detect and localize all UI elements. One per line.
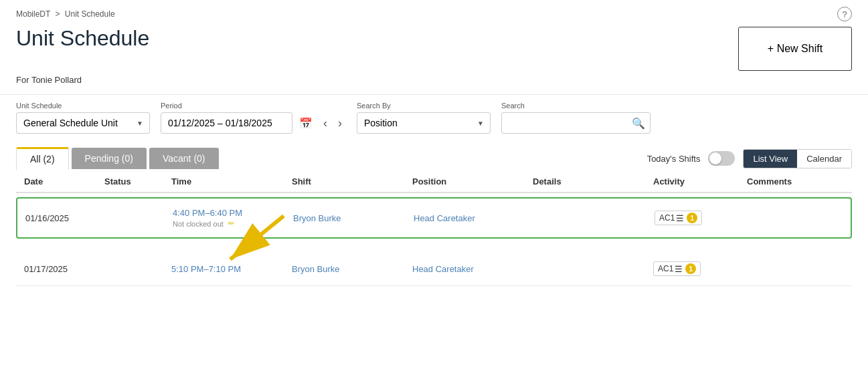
- page: MobileDT > Unit Schedule ? Unit Schedule…: [0, 0, 868, 377]
- calendar-view-button[interactable]: Calendar: [797, 150, 851, 168]
- search-icon-button[interactable]: 🔍: [632, 117, 645, 130]
- tab-pending[interactable]: Pending (0): [72, 148, 147, 169]
- cell-shift-1: Bryon Burke: [293, 213, 414, 223]
- new-shift-button[interactable]: + New Shift: [738, 27, 852, 71]
- unit-schedule-select[interactable]: General Schedule Unit: [16, 112, 150, 134]
- col-header-status: Status: [104, 176, 171, 186]
- cell-activity-2: AC1 ☰ 1: [653, 261, 747, 276]
- search-by-select-wrapper: Position Name Date: [357, 112, 491, 134]
- col-header-activity: Activity: [653, 176, 747, 186]
- todays-shifts-toggle[interactable]: [708, 151, 735, 166]
- col-header-details: Details: [533, 176, 653, 186]
- table-row[interactable]: 01/17/2025 5:10 PM–7:10 PM Bryon Burke H…: [16, 252, 852, 286]
- cell-time-note-1: Not clocked out ✏: [173, 219, 293, 228]
- unit-schedule-filter: Unit Schedule General Schedule Unit: [16, 102, 150, 134]
- top-bar: MobileDT > Unit Schedule ?: [0, 0, 868, 21]
- period-filter: Period 📅 ‹ ›: [161, 102, 346, 134]
- col-header-comments: Comments: [747, 176, 844, 186]
- filter-row: Unit Schedule General Schedule Unit Peri…: [0, 94, 868, 140]
- tabs-row: All (2) Pending (0) Vacant (0) Today's S…: [0, 140, 868, 170]
- search-label: Search: [501, 102, 650, 110]
- activity-badge-1[interactable]: AC1 ☰ 1: [655, 211, 702, 225]
- activity-code-1: AC1: [659, 213, 675, 223]
- header: Unit Schedule + New Shift: [0, 21, 868, 74]
- cell-time-1: 4:40 PM–6:40 PM Not clocked out ✏: [173, 208, 293, 228]
- cell-date-2: 01/17/2025: [24, 264, 104, 274]
- unit-schedule-select-wrapper: General Schedule Unit: [16, 112, 150, 134]
- cell-time-2: 5:10 PM–7:10 PM: [171, 264, 292, 274]
- list-view-button[interactable]: List View: [744, 150, 797, 168]
- table-container: Date Status Time Shift Position Details …: [0, 171, 868, 286]
- cell-time-value-1: 4:40 PM–6:40 PM: [173, 208, 293, 218]
- table-header: Date Status Time Shift Position Details …: [16, 171, 852, 193]
- period-label: Period: [161, 102, 346, 110]
- search-by-filter: Search By Position Name Date: [357, 102, 491, 134]
- period-next-button[interactable]: ›: [334, 114, 346, 133]
- col-header-shift: Shift: [292, 176, 412, 186]
- activity-badge-2[interactable]: AC1 ☰ 1: [653, 261, 701, 276]
- view-buttons: List View Calendar: [743, 149, 852, 168]
- todays-shifts-label: Today's Shifts: [647, 154, 701, 164]
- search-by-label: Search By: [357, 102, 491, 110]
- page-title: Unit Schedule: [16, 27, 149, 50]
- table-row[interactable]: 01/16/2025 4:40 PM–6:40 PM Not clocked o…: [16, 197, 852, 239]
- breadcrumb-parent[interactable]: MobileDT: [16, 9, 50, 19]
- period-prev-button[interactable]: ‹: [319, 114, 331, 133]
- unit-schedule-label: Unit Schedule: [16, 102, 150, 110]
- tab-all[interactable]: All (2): [16, 147, 69, 170]
- calendar-icon-button[interactable]: 📅: [295, 114, 317, 132]
- cell-position-2: Head Caretaker: [412, 264, 533, 274]
- title-group: Unit Schedule: [16, 27, 149, 50]
- breadcrumb-separator: >: [55, 9, 60, 19]
- help-icon[interactable]: ?: [837, 7, 852, 21]
- cell-position-1: Head Caretaker: [414, 213, 534, 223]
- search-input[interactable]: [501, 112, 650, 134]
- col-header-time: Time: [171, 176, 292, 186]
- page-subtitle: For Tonie Pollard: [0, 74, 868, 94]
- col-header-position: Position: [412, 176, 533, 186]
- breadcrumb: MobileDT > Unit Schedule: [16, 9, 115, 19]
- edit-icon-1[interactable]: ✏: [228, 219, 234, 228]
- breadcrumb-current: Unit Schedule: [65, 9, 115, 19]
- tab-vacant[interactable]: Vacant (0): [149, 148, 219, 169]
- cell-shift-2: Bryon Burke: [292, 264, 412, 274]
- activity-count-1: 1: [687, 213, 697, 223]
- search-by-select[interactable]: Position Name Date: [357, 112, 491, 134]
- period-input[interactable]: [161, 112, 292, 134]
- col-header-date: Date: [24, 176, 104, 186]
- activity-count-2: 1: [685, 263, 696, 274]
- tabs-right: Today's Shifts List View Calendar: [647, 149, 852, 168]
- cell-date-1: 01/16/2025: [25, 213, 106, 223]
- search-filter: Search 🔍: [501, 102, 650, 134]
- search-input-wrapper: 🔍: [501, 112, 650, 134]
- cell-activity-1: AC1 ☰ 1: [655, 211, 748, 225]
- activity-code-2: AC1: [658, 264, 673, 273]
- period-input-row: 📅 ‹ ›: [161, 112, 346, 134]
